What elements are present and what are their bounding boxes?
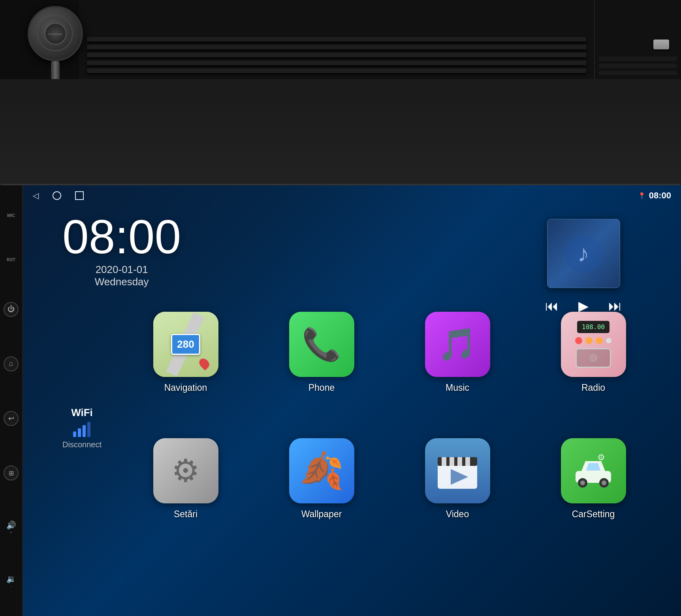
radio-dot-1	[575, 337, 582, 344]
back-nav-button[interactable]: ◁	[33, 191, 39, 200]
vol-up-button-group[interactable]: 🔊 +	[6, 520, 16, 535]
app-navigation[interactable]: 280 Navigation	[153, 312, 218, 393]
music-icon-bg: 🎵	[425, 312, 490, 377]
home-button-group[interactable]: ⌂	[4, 356, 19, 371]
setari-label: Setări	[174, 509, 198, 520]
wifi-disconnect-label[interactable]: Disconnect	[62, 440, 102, 449]
video-label: Video	[446, 509, 469, 520]
app-radio[interactable]: 108.00 Radio	[561, 312, 626, 393]
svg-point-13	[602, 480, 606, 485]
vents-center	[79, 0, 594, 79]
wifi-widget: WiFi Disconnect	[62, 407, 102, 449]
clock-widget: 08:00 2020-01-01 Wednesday	[62, 213, 181, 288]
home-button[interactable]: ⌂	[4, 356, 19, 371]
mount-head: SoundAudio	[28, 6, 83, 61]
app-carsetting[interactable]: ⚙ CarSetting	[561, 438, 626, 520]
mount-brand-label: SoundAudio	[45, 32, 66, 36]
music-player-widget: ♪ ⏮ ▶ ⏭	[545, 219, 622, 314]
mic-label: MIC	[7, 213, 15, 218]
status-time: 08:00	[649, 190, 671, 201]
prev-button[interactable]: ⏮	[545, 298, 559, 314]
navigation-icon-bg: 280	[153, 312, 218, 377]
dashboard-lower	[0, 79, 681, 190]
video-icon-bg	[425, 438, 490, 503]
mic-label-group: MIC	[7, 213, 15, 218]
wifi-bar-3	[83, 425, 86, 437]
vol-down-button-group[interactable]: 🔉 -	[6, 574, 16, 588]
location-icon: 📍	[638, 192, 646, 200]
dashboard-top: SoundAudio	[0, 0, 681, 190]
rst-label-group: RST	[7, 257, 15, 262]
vents-right	[594, 0, 681, 79]
svg-text:♪: ♪	[578, 240, 589, 267]
vent-slat	[87, 68, 586, 73]
vent-slat	[87, 45, 586, 49]
power-button-group[interactable]: ⏻	[4, 302, 19, 317]
home-nav-button[interactable]	[53, 191, 61, 200]
wifi-bar-2	[78, 428, 81, 437]
vent-slat	[87, 53, 586, 57]
app-row-2: ⚙ Setări 🍂 Wallpaper	[110, 438, 669, 520]
app-phone[interactable]: 📞 Phone	[289, 312, 354, 393]
vent-lever	[653, 40, 669, 49]
wifi-bar-4	[87, 422, 90, 437]
vent-slat	[87, 60, 586, 65]
back-button[interactable]: ↩	[4, 411, 19, 426]
clock-display: 08:00	[62, 213, 181, 260]
radio-dot-2	[585, 337, 593, 344]
vol-minus-label: -	[10, 584, 12, 588]
app-setari[interactable]: ⚙ Setări	[153, 438, 218, 520]
app-wallpaper[interactable]: 🍂 Wallpaper	[289, 438, 354, 520]
setari-icon-bg: ⚙	[153, 438, 218, 503]
app-row-1: 280 Navigation 📞 Phone	[110, 312, 669, 393]
road-sign: 280	[171, 334, 200, 355]
radio-dots-row	[575, 337, 611, 344]
wifi-bars	[62, 422, 102, 437]
phone-icon: 📞	[302, 326, 341, 363]
wallpaper-icon-bg: 🍂	[289, 438, 354, 503]
vol-down-icon[interactable]: 🔉	[6, 574, 16, 584]
svg-text:⚙: ⚙	[597, 453, 605, 462]
app-music[interactable]: 🎵 Music	[425, 312, 490, 393]
wallpaper-leaf-icon: 🍂	[299, 450, 344, 492]
svg-rect-6	[457, 457, 462, 466]
screen-bezel: MIC RST ⏻ ⌂ ↩ ⊞ 🔊 + 🔉	[0, 184, 681, 616]
radio-dial	[589, 354, 597, 362]
wifi-bar-1	[73, 431, 76, 437]
music-label: Music	[446, 382, 469, 393]
back-button-group[interactable]: ↩	[4, 411, 19, 426]
apps-button[interactable]: ⊞	[4, 465, 19, 480]
next-button[interactable]: ⏭	[608, 298, 622, 314]
power-button[interactable]: ⏻	[4, 302, 19, 317]
vol-plus-label: +	[10, 530, 12, 535]
play-button[interactable]: ▶	[578, 298, 589, 314]
mount-disc-inner: SoundAudio	[38, 16, 73, 51]
radio-icon-bg: 108.00	[561, 312, 626, 377]
clapperboard-icon	[436, 451, 479, 491]
carsetting-icon-bg: ⚙	[561, 438, 626, 503]
hardware-buttons-strip: MIC RST ⏻ ⌂ ↩ ⊞ 🔊 + 🔉	[0, 185, 23, 616]
clock-day: Wednesday	[62, 276, 181, 288]
recent-nav-button[interactable]	[75, 191, 84, 200]
radio-dot-3	[596, 337, 603, 344]
nav-buttons: ◁	[33, 191, 84, 200]
album-art: ♪	[547, 219, 620, 288]
rst-label: RST	[7, 257, 15, 262]
vent-slat-r	[599, 64, 677, 68]
apps-button-group[interactable]: ⊞	[4, 465, 19, 480]
vents-area	[0, 0, 681, 79]
phone-label: Phone	[309, 382, 335, 393]
status-bar: ◁ 📍 08:00	[23, 185, 681, 206]
vent-slat-r	[599, 57, 677, 61]
map-marker	[200, 358, 209, 369]
svg-rect-5	[450, 457, 454, 466]
settings-gear-icon: ⚙	[171, 452, 200, 489]
radio-frequency-display: 108.00	[577, 321, 610, 333]
music-note-icon: ♪	[564, 234, 603, 273]
vol-up-icon[interactable]: 🔊	[6, 520, 16, 530]
radio-label: Radio	[581, 382, 605, 393]
android-screen: ◁ 📍 08:00 08:00 2020-01-01 Wednesday WiF…	[23, 185, 681, 616]
app-video[interactable]: Video	[425, 438, 490, 520]
svg-rect-4	[442, 457, 446, 466]
carsetting-label: CarSetting	[572, 509, 615, 520]
